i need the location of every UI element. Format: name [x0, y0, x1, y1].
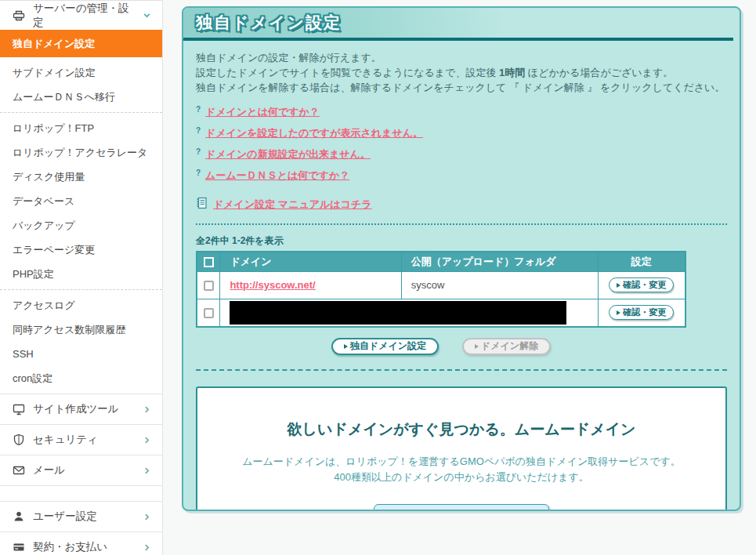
server-icon — [13, 9, 25, 22]
sidebar: サーバーの管理・設定 独自ドメイン設定 サブドメイン設定 ムームーＤＮＳへ移行 … — [0, 0, 163, 555]
sidebar-divider — [0, 112, 162, 113]
list-summary: 全2件中 1-2件を表示 — [196, 234, 727, 248]
chevron-right-icon — [143, 436, 151, 444]
manual-book-icon — [196, 197, 208, 212]
user-icon — [13, 510, 25, 523]
sidebar-item-security[interactable]: セキュリティ — [0, 425, 162, 455]
sidebar-item-server-management[interactable]: サーバーの管理・設定 — [0, 0, 162, 30]
release-domain-button[interactable]: ドメイン解除 — [462, 338, 551, 355]
domain-link[interactable]: http://syscow.net/ — [230, 279, 315, 291]
setup-domain-button[interactable]: 独自ドメイン設定 — [331, 338, 439, 355]
sidebar-item-ftp[interactable]: ロリポップ！FTP — [0, 116, 162, 140]
section-divider — [196, 369, 727, 371]
sidebar-item-label: 契約・お支払い — [33, 540, 135, 554]
sidebar-item-access-log[interactable]: アクセスログ — [0, 293, 162, 317]
faq-links: ? ドメインとは何ですか？ ? ドメインを設定したのですが表示されません。 ? … — [196, 105, 727, 190]
promo-heading: 欲しいドメインがすぐ見つかる。ムームードメイン — [287, 419, 635, 440]
sidebar-item-label: 独自ドメイン設定 — [13, 37, 95, 51]
sidebar-item-label: cron設定 — [13, 372, 52, 386]
triangle-icon — [475, 344, 479, 349]
sidebar-item-label: ムームーＤＮＳへ移行 — [13, 90, 115, 104]
sidebar-item-label: サーバーの管理・設定 — [33, 2, 135, 30]
main-panel: 独自ドメイン設定 独自ドメインの設定・解除が行えます。 設定したドメインでサイト… — [182, 6, 741, 511]
table-row: 確認・変更 — [197, 299, 685, 327]
sidebar-item-label: バックアップ — [13, 219, 75, 233]
question-icon: ? — [196, 147, 201, 157]
row-checkbox[interactable] — [204, 281, 214, 291]
credit-card-icon — [13, 541, 25, 553]
sidebar-item-concurrent-access-history[interactable]: 同時アクセス数制限履歴 — [0, 317, 162, 342]
sidebar-item-label: セキュリティ — [33, 433, 135, 447]
shield-icon — [13, 433, 25, 446]
sidebar-item-disk-usage[interactable]: ディスク使用量 — [0, 165, 162, 189]
column-header-domain: ドメイン — [220, 252, 401, 271]
sidebar-item-muumuu-dns[interactable]: ムームーＤＮＳへ移行 — [0, 85, 162, 109]
page-title: 独自ドメイン設定 — [196, 12, 342, 34]
sidebar-item-label: アクセスログ — [13, 299, 75, 313]
intro-line-3: 独自ドメインを解除する場合は、解除するドメインをチェックして 『 ドメイン解除 … — [196, 80, 727, 95]
column-header-settings: 設定 — [598, 252, 685, 271]
sidebar-item-label: エラーページ変更 — [13, 243, 95, 257]
sidebar-item-label: ディスク使用量 — [13, 170, 85, 184]
sidebar-item-accelerator[interactable]: ロリポップ！アクセラレータ — [0, 140, 162, 165]
sidebar-item-label: データベース — [13, 194, 74, 209]
question-icon: ? — [196, 126, 201, 136]
faq-link-what-is-muumuu-dns[interactable]: ムームーＤＮＳとは何ですか？ — [205, 169, 349, 183]
question-icon: ? — [196, 169, 201, 178]
sidebar-item-label: サイト作成ツール — [33, 402, 135, 416]
triangle-icon — [617, 283, 620, 288]
chevron-right-icon — [143, 405, 151, 414]
chevron-right-icon — [143, 513, 151, 521]
sidebar-item-user-settings[interactable]: ユーザー設定 — [0, 502, 162, 531]
sidebar-item-error-page[interactable]: エラーページ変更 — [0, 238, 162, 262]
intro-text: 独自ドメインの設定・解除が行えます。 設定したドメインでサイトを閲覧できるように… — [196, 50, 727, 95]
folder-value: syscow — [411, 279, 445, 291]
page-title-band: 独自ドメイン設定 — [183, 8, 740, 38]
sidebar-item-mail[interactable]: メール — [0, 455, 162, 485]
faq-link-what-is-domain[interactable]: ドメインとは何ですか？ — [205, 105, 320, 119]
manual-link[interactable]: ドメイン設定 マニュアルはコチラ — [213, 198, 372, 212]
column-header-folder: 公開（アップロード）フォルダ — [401, 252, 598, 271]
sidebar-item-cron[interactable]: cron設定 — [0, 366, 162, 390]
chevron-right-icon — [143, 466, 151, 475]
question-icon: ? — [196, 105, 201, 114]
sidebar-divider — [0, 289, 162, 290]
sidebar-item-label: ロリポップ！FTP — [13, 122, 94, 136]
promo-text: ムームードメインは、ロリポップ！を運営するGMOペパボの独自ドメイン取得サービス… — [242, 454, 681, 485]
muumuu-promo-box: 欲しいドメインがすぐ見つかる。ムームードメイン ムームードメインは、ロリポップ！… — [196, 386, 727, 512]
sidebar-item-php-settings[interactable]: PHP設定 — [0, 262, 162, 286]
triangle-icon — [344, 344, 348, 349]
sidebar-item-contract-payment[interactable]: 契約・お支払い — [0, 532, 162, 555]
sidebar-item-backup[interactable]: バックアップ — [0, 213, 162, 238]
mail-icon — [13, 464, 25, 477]
row-checkbox[interactable] — [204, 308, 214, 318]
sidebar-item-label: ロリポップ！アクセラレータ — [13, 146, 147, 160]
triangle-icon — [617, 310, 620, 315]
domains-table: ドメイン 公開（アップロード）フォルダ 設定 http://syscow.net… — [196, 251, 686, 328]
sidebar-item-ssh[interactable]: SSH — [0, 342, 162, 366]
sidebar-item-label: ユーザー設定 — [33, 510, 135, 524]
sidebar-item-label: 同時アクセス数制限履歴 — [13, 323, 125, 337]
sidebar-item-label: PHP設定 — [13, 267, 54, 281]
intro-line-1: 独自ドメインの設定・解除が行えます。 — [196, 50, 727, 65]
sidebar-item-custom-domain[interactable]: 独自ドメイン設定 — [0, 30, 162, 57]
table-header-row: ドメイン 公開（アップロード）フォルダ 設定 — [197, 252, 685, 271]
select-all-checkbox[interactable] — [204, 257, 214, 267]
get-domain-button[interactable]: 独自ドメインを取得する — [374, 504, 549, 512]
sidebar-item-subdomain[interactable]: サブドメイン設定 — [0, 60, 162, 85]
faq-link-domain-not-displayed[interactable]: ドメインを設定したのですが表示されません。 — [205, 126, 423, 140]
section-divider — [196, 223, 727, 225]
confirm-change-button[interactable]: 確認・変更 — [609, 278, 674, 292]
sidebar-item-label: SSH — [13, 348, 34, 360]
sidebar-item-database[interactable]: データベース — [0, 189, 162, 213]
sidebar-item-label: サブドメイン設定 — [13, 66, 96, 80]
chevron-down-icon — [143, 11, 151, 20]
table-row: http://syscow.net/ syscow 確認・変更 — [197, 271, 685, 299]
sidebar-item-site-tools[interactable]: サイト作成ツール — [0, 394, 162, 424]
confirm-change-button[interactable]: 確認・変更 — [609, 305, 674, 320]
sidebar-spacer — [0, 486, 162, 501]
chevron-right-icon — [143, 543, 151, 552]
faq-link-cannot-setup[interactable]: ドメインの新規設定が出来ません。 — [205, 147, 371, 161]
redacted-domain — [230, 301, 566, 325]
sidebar-item-label: メール — [33, 463, 135, 477]
